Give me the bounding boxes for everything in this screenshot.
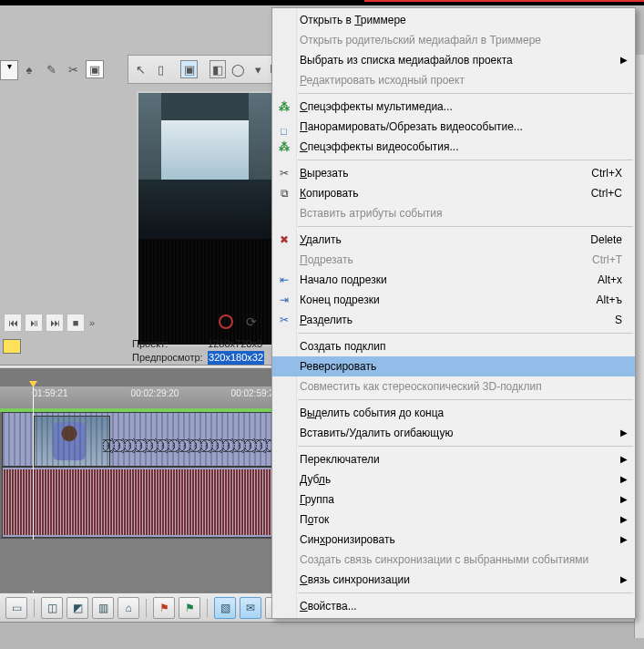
- split-icon: ✂: [276, 312, 292, 328]
- trim-start-icon: ⇤: [276, 272, 292, 288]
- project-value: 1280x720x3: [208, 337, 262, 351]
- previewsize-value[interactable]: 320x180x32: [208, 351, 264, 365]
- fx-icon: ⁂: [276, 98, 292, 115]
- menu-insert-remove-envelope[interactable]: Вставить/Удалить огибающую ▶: [272, 423, 635, 443]
- submenu-arrow-icon: ▶: [620, 469, 628, 489]
- menu-take[interactable]: Дубль ▶: [272, 469, 635, 489]
- status-bar-stub: [0, 622, 644, 649]
- menu-open-in-trimmer[interactable]: Открыть в Триммере: [272, 10, 635, 30]
- btm-tool-1[interactable]: ▭: [5, 597, 27, 619]
- previewsize-label: Предпросмотр:: [132, 351, 205, 365]
- clip-thumbnail: [34, 416, 110, 467]
- video-preview[interactable]: [137, 91, 273, 346]
- menu-delete[interactable]: ✖ Удалить Delete: [272, 230, 635, 250]
- menu-pan-crop[interactable]: Панорамировать/Обрезать видеособытие...: [272, 117, 635, 137]
- menu-trim-start-shortcut: Alt+х: [598, 270, 622, 290]
- loop-button[interactable]: ⟳: [246, 314, 257, 329]
- menu-select-from-media-list[interactable]: Выбрать из списка медиафайлов проекта ▶: [272, 50, 635, 70]
- cut-icon: ✂: [276, 165, 292, 181]
- menu-trim-end[interactable]: ⇥ Конец подрезки Alt+ъ: [272, 290, 635, 310]
- menu-trim: Подрезать Ctrl+T: [272, 250, 635, 270]
- tool-icon-1[interactable]: ♠: [20, 60, 38, 78]
- menu-open-parent-in-trimmer: Открыть родительский медиафайл в Триммер…: [272, 30, 635, 50]
- ruler-tick-1: 01:59:21: [33, 388, 68, 398]
- menu-cut[interactable]: ✂ Вырезать Ctrl+X: [272, 163, 635, 183]
- circle-button[interactable]: ◯: [230, 60, 246, 78]
- tool-icon-box[interactable]: ▣: [86, 60, 104, 78]
- preview-mode-button[interactable]: ▣: [180, 60, 197, 78]
- btm-snap-1[interactable]: ▧: [214, 597, 236, 619]
- menu-trim-shortcut: Ctrl+T: [592, 250, 622, 270]
- fx-icon: ⁂: [276, 139, 292, 155]
- menu-combine-stereo-subclip: Совместить как стереоскопический 3D-подк…: [272, 376, 635, 397]
- menu-trim-end-shortcut: Alt+ъ: [596, 290, 622, 310]
- transport-btn-1[interactable]: ⏮: [4, 314, 22, 332]
- menu-synchronize[interactable]: Синхронизировать ▶: [272, 530, 635, 550]
- trim-end-icon: ⇥: [276, 292, 292, 308]
- menu-switches[interactable]: Переключатели ▶: [272, 449, 635, 469]
- menu-properties[interactable]: Свойства...: [272, 596, 635, 616]
- menu-create-sync-link: Создать связь синхронизации с выбранными…: [272, 550, 635, 570]
- record-loop-row: ⟳: [219, 314, 257, 329]
- submenu-arrow-icon: ▶: [620, 423, 628, 443]
- submenu-arrow-icon: ▶: [620, 510, 628, 530]
- menu-trim-start[interactable]: ⇤ Начало подрезки Alt+х: [272, 270, 635, 290]
- menu-edit-source-project: Редактировать исходный проект: [272, 70, 635, 90]
- menu-reverse[interactable]: Реверсировать: [272, 356, 635, 376]
- transport-controls: ⏮ ⏯ ⏭ ■ »: [0, 313, 95, 333]
- transport-btn-3[interactable]: ⏭: [46, 314, 64, 332]
- pan-crop-icon: [276, 118, 292, 135]
- btm-tool-2[interactable]: ◫: [41, 597, 63, 619]
- menu-sync-link[interactable]: Связь синхронизации ▶: [272, 570, 635, 590]
- transport-btn-2[interactable]: ⏯: [25, 314, 43, 332]
- btm-flag-green[interactable]: ⚑: [179, 597, 200, 619]
- menu-video-event-fx[interactable]: ⁂ Спецэффекты видеособытия...: [272, 137, 635, 157]
- panel-icon-toolbar: ♠ ✎ ✂ ▣: [20, 60, 104, 78]
- preview-quality-dropdown[interactable]: ▾: [250, 60, 266, 78]
- ruler-tick-2: 00:02:29:20: [131, 388, 179, 398]
- menu-copy[interactable]: ⧉ Копировать Ctrl+C: [272, 183, 635, 203]
- menu-multimedia-fx[interactable]: ⁂ Спецэффекты мультимедиа...: [272, 97, 635, 117]
- menu-stream[interactable]: Поток ▶: [272, 510, 635, 530]
- event-context-menu: Открыть в Триммере Открыть родительский …: [271, 7, 636, 619]
- preview-toolbar: ↖ ▯ ▣ ◧ ◯ ▾ П: [128, 55, 279, 84]
- menu-split[interactable]: ✂ Разделить S: [272, 310, 635, 330]
- transport-more[interactable]: »: [87, 317, 95, 328]
- delete-icon: ✖: [276, 232, 292, 248]
- back-icon[interactable]: ▯: [152, 60, 169, 78]
- submenu-arrow-icon: ▶: [620, 489, 628, 510]
- tool-icon-eraser[interactable]: ✎: [42, 60, 60, 78]
- cursor-icon[interactable]: ↖: [132, 60, 148, 78]
- btm-tool-4[interactable]: ▥: [92, 597, 114, 619]
- tool-icon-cut[interactable]: ✂: [64, 60, 82, 78]
- submenu-arrow-icon: ▶: [620, 570, 628, 590]
- submenu-arrow-icon: ▶: [620, 530, 628, 550]
- btm-tool-5[interactable]: ⌂: [118, 597, 139, 619]
- panel-dropdown[interactable]: ▾: [0, 60, 18, 80]
- btm-snap-2[interactable]: ✉: [240, 597, 261, 619]
- copy-icon: ⧉: [276, 185, 292, 201]
- split-screen-button[interactable]: ◧: [210, 60, 226, 78]
- menu-delete-shortcut: Delete: [590, 230, 622, 250]
- menu-copy-shortcut: Ctrl+C: [591, 183, 622, 203]
- btm-flag-red[interactable]: ⚑: [153, 597, 175, 619]
- menu-cut-shortcut: Ctrl+X: [591, 163, 622, 183]
- project-label: Проект:: [132, 337, 205, 351]
- preview-panel: ↖ ▯ ▣ ◧ ◯ ▾ П: [128, 55, 291, 365]
- submenu-arrow-icon: ▶: [620, 449, 628, 469]
- btm-tool-3[interactable]: ◩: [66, 597, 88, 619]
- menu-paste-event-attributes: Вставить атрибуты события: [272, 203, 635, 223]
- project-info: Проект: 1280x720x3 Предпросмотр: 320x180…: [132, 337, 264, 365]
- menu-select-events-to-end[interactable]: Выделить события до конца: [272, 403, 635, 423]
- transport-btn-4[interactable]: ■: [66, 314, 85, 332]
- submenu-arrow-icon: ▶: [620, 50, 628, 70]
- menu-group[interactable]: Группа ▶: [272, 489, 635, 510]
- menu-split-shortcut: S: [615, 310, 622, 330]
- titlebar-accent: [364, 0, 644, 2]
- menu-create-subclip[interactable]: Создать подклип: [272, 336, 635, 356]
- record-button[interactable]: [219, 314, 233, 329]
- media-thumbnail[interactable]: [3, 339, 21, 354]
